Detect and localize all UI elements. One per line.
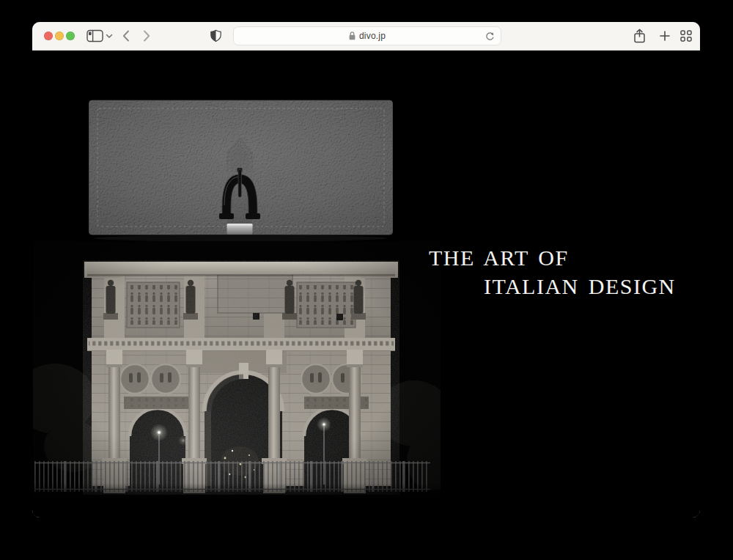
tab-overview-button[interactable] (680, 30, 692, 42)
share-button[interactable] (633, 29, 646, 43)
new-tab-button[interactable] (660, 31, 670, 41)
hero-headline: THE ART OF ITALIAN DESIGN (429, 243, 676, 301)
url-text: divo.jp (359, 31, 386, 41)
headline-line1: THE ART OF (429, 243, 676, 272)
screen: divo.jp (0, 0, 733, 560)
sidebar-toggle-button[interactable] (86, 29, 103, 43)
close-button[interactable] (44, 32, 53, 40)
vignette (33, 241, 441, 514)
privacy-shield-icon (210, 29, 221, 43)
forward-button[interactable] (143, 30, 150, 42)
page-content: THE ART OF ITALIAN DESIGN (32, 51, 700, 517)
back-button[interactable] (122, 30, 130, 42)
share-icon (633, 29, 646, 43)
reload-button[interactable] (485, 32, 495, 42)
minimize-button[interactable] (55, 32, 64, 40)
new-tab-icon (660, 31, 670, 41)
tab-overview-icon (680, 30, 692, 42)
chevron-down-icon (106, 34, 113, 39)
leather-wallet-photo (88, 99, 394, 242)
sidebar-menu-button[interactable] (106, 34, 113, 39)
zoom-button[interactable] (66, 32, 75, 40)
sidebar-icon (86, 29, 103, 43)
reload-icon (485, 32, 495, 42)
headline-line2: ITALIAN DESIGN (484, 272, 676, 301)
browser-window: divo.jp (32, 22, 700, 517)
privacy-report-button[interactable] (210, 29, 221, 43)
forward-icon (143, 30, 150, 42)
arch-of-constantine-photo (33, 241, 441, 514)
browser-toolbar: divo.jp (32, 22, 700, 51)
address-bar[interactable]: divo.jp (233, 26, 501, 45)
back-icon (122, 30, 130, 42)
lock-icon (349, 32, 356, 40)
